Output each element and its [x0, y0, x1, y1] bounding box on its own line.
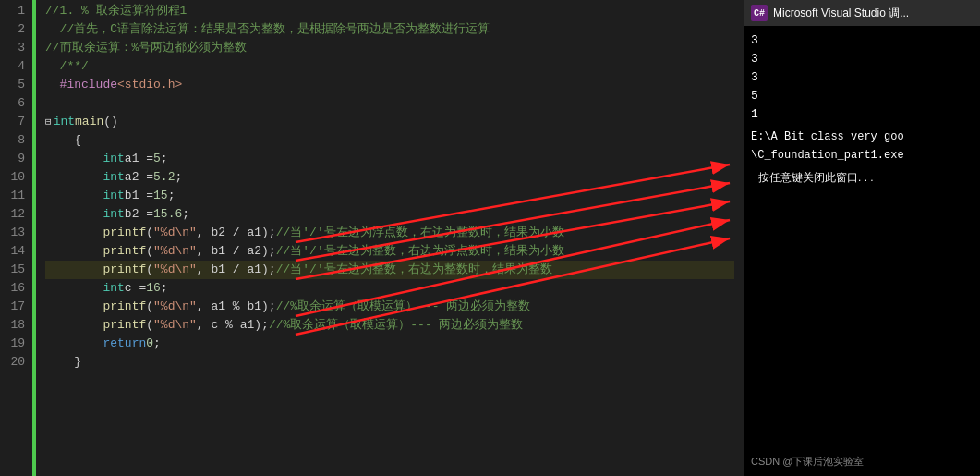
- code-text: (: [146, 261, 153, 279]
- code-line-4: /**/: [45, 57, 734, 76]
- code-text: [45, 205, 103, 224]
- code-text: , b2 / a1);: [197, 224, 276, 242]
- comment-text: //当'/'号左边为整数，右边为浮点数时，结果为小数: [276, 242, 564, 261]
- code-text: ;: [182, 205, 189, 224]
- watermark-text: CSDN @下课后泡实验室: [751, 456, 864, 467]
- keyword-int: int: [54, 113, 75, 131]
- code-text: [45, 150, 103, 168]
- type-int: int: [103, 168, 124, 187]
- number: 5: [153, 150, 161, 168]
- code-text: , c % a1);: [197, 316, 269, 335]
- code-text: b2 =: [125, 205, 153, 224]
- code-text: b1 =: [125, 187, 153, 205]
- code-line-9: int a1 = 5;: [45, 150, 734, 168]
- output-line-2: 3: [751, 50, 973, 68]
- number: 0: [146, 335, 153, 353]
- code-line-2: //首先，C语言除法运算：结果是否为整数，是根据除号两边是否为整数进行运算: [45, 20, 734, 39]
- path-line-2: \C_foundation_part1.exe: [751, 146, 973, 165]
- number: 16: [146, 279, 161, 298]
- number: 15.6: [153, 205, 182, 224]
- code-line-20: }: [45, 353, 734, 372]
- code-text: ;: [175, 168, 182, 187]
- output-line-1: 3: [751, 31, 973, 50]
- code-line-11: int b1 = 15;: [45, 187, 734, 205]
- code-text: ;: [153, 335, 161, 353]
- output-title: Microsoft Visual Studio 调...: [773, 6, 909, 21]
- string-literal: "%d\n": [153, 261, 197, 279]
- code-text: (: [146, 316, 153, 335]
- code-line-13: printf("%d\n", b2 / a1);//当'/'号左边为浮点数，右边…: [45, 224, 734, 242]
- string-literal: "%d\n": [153, 316, 197, 335]
- collapse-icon: ⊟: [45, 113, 52, 131]
- code-editor: 1 2 3 4 5 6 7 8 9 10 11 12 13 14 15 16 1…: [0, 0, 744, 476]
- code-text: [45, 187, 103, 205]
- func-printf: printf: [103, 242, 146, 261]
- vs-icon: C#: [751, 5, 768, 21]
- comment-text: //当'/'号左边为浮点数，右边为整数时，结果为小数: [276, 224, 564, 242]
- code-line-16: int c = 16;: [45, 279, 734, 298]
- code-text: ;: [168, 187, 175, 205]
- prompt-text: 按任意键关闭此窗口. . .: [758, 171, 874, 184]
- code-text: , b1 / a2);: [197, 242, 276, 261]
- path-line-1: E:\A Bit class very goo: [751, 128, 973, 146]
- type-int: int: [103, 205, 124, 224]
- code-text: ;: [161, 150, 168, 168]
- output-line-3: 3: [751, 68, 973, 87]
- type-int: int: [103, 187, 124, 205]
- output-line-4: 5: [751, 87, 973, 105]
- code-line-19: return 0;: [45, 335, 734, 353]
- csdn-watermark: CSDN @下课后泡实验室: [751, 455, 864, 469]
- code-text: (: [146, 298, 153, 316]
- string-literal: "%d\n": [153, 224, 197, 242]
- output-line-5: 1: [751, 105, 973, 124]
- code-text: [45, 279, 103, 298]
- type-int: int: [103, 150, 124, 168]
- code-line-12: int b2 = 15.6;: [45, 205, 734, 224]
- comment-text: //1. % 取余运算符例程1: [45, 2, 187, 20]
- line-numbers: 1 2 3 4 5 6 7 8 9 10 11 12 13 14 15 16 1…: [0, 0, 32, 476]
- comment-text: /**/: [60, 57, 89, 76]
- code-line-15: printf("%d\n", b1 / a1);//当'/'号左边为整数，右边为…: [45, 261, 734, 279]
- code-line-8: {: [45, 131, 734, 150]
- number: 15: [153, 187, 168, 205]
- code-line-1: //1. % 取余运算符例程1: [45, 2, 734, 20]
- header-text: <stdio.h>: [117, 76, 182, 94]
- code-text: ;: [161, 279, 168, 298]
- number: 5.2: [153, 168, 175, 187]
- code-text: [45, 57, 60, 76]
- output-panel: C# Microsoft Visual Studio 调... 3 3 3 5 …: [744, 0, 980, 476]
- output-content-area: 3 3 3 5 1 E:\A Bit class very goo \C_fou…: [744, 26, 980, 476]
- type-int: int: [103, 279, 124, 298]
- code-text: (): [103, 113, 118, 131]
- code-text: a1 =: [125, 150, 153, 168]
- vs-label: C#: [754, 8, 765, 18]
- code-text: [45, 335, 103, 353]
- code-text: (: [146, 224, 153, 242]
- code-line-10: int a2 = 5.2;: [45, 168, 734, 187]
- func-printf: printf: [103, 316, 146, 335]
- string-literal: "%d\n": [153, 242, 197, 261]
- output-prompt: 按任意键关闭此窗口. . .: [751, 165, 973, 190]
- code-text: {: [45, 131, 81, 150]
- output-numbers: 3 3 3 5 1: [751, 31, 973, 124]
- code-text-area[interactable]: //1. % 取余运算符例程1 //首先，C语言除法运算：结果是否为整数，是根据…: [36, 0, 744, 476]
- output-path: E:\A Bit class very goo \C_foundation_pa…: [751, 128, 973, 165]
- func-printf: printf: [103, 298, 146, 316]
- comment-text: //当'/'号左边为整数，右边为整数时，结果为整数: [276, 261, 552, 279]
- code-text: , a1 % b1);: [197, 298, 276, 316]
- func-printf: printf: [103, 261, 146, 279]
- code-text: [45, 224, 103, 242]
- code-line-5: #include <stdio.h>: [45, 76, 734, 94]
- code-line-3: //而取余运算：%号两边都必须为整数: [45, 39, 734, 57]
- comment-text: //首先，C语言除法运算：结果是否为整数，是根据除号两边是否为整数进行运算: [45, 20, 490, 39]
- code-text: [45, 261, 103, 279]
- function-name: main: [75, 113, 103, 131]
- code-text: [45, 316, 103, 335]
- func-printf: printf: [103, 224, 146, 242]
- code-line-14: printf("%d\n", b1 / a2);//当'/'号左边为整数，右边为…: [45, 242, 734, 261]
- preprocessor-text: #include: [60, 76, 117, 94]
- code-text: (: [146, 242, 153, 261]
- code-text: [45, 242, 103, 261]
- keyword-return: return: [103, 335, 146, 353]
- comment-text: //%取余运算（取模运算）--- 两边必须为整数: [276, 298, 531, 316]
